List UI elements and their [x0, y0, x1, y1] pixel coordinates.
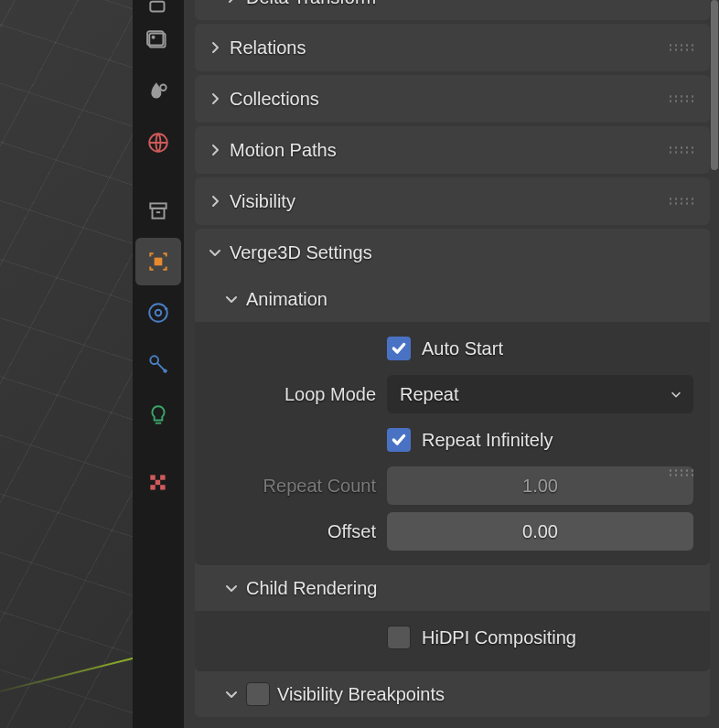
object-icon	[146, 250, 170, 273]
lightbulb-icon	[146, 403, 170, 427]
subpanel-child-rendering-body: HiDPI Compositing	[195, 611, 710, 671]
subpanel-title: Visibility Breakpoints	[277, 684, 445, 705]
repeat-count-label: Repeat Count	[211, 476, 376, 497]
panel-title: Relations	[230, 37, 306, 59]
svg-rect-7	[153, 209, 165, 219]
svg-point-4	[160, 84, 166, 91]
drag-handle-icon[interactable]	[668, 468, 695, 477]
check-icon	[391, 340, 407, 357]
subpanel-animation-header[interactable]: Animation	[195, 276, 710, 322]
drag-handle-icon[interactable]	[668, 43, 695, 52]
constraint-icon	[146, 352, 170, 376]
properties-tab-strip	[133, 0, 184, 728]
panel-title: Visibility	[230, 191, 295, 212]
row-hidpi: HiDPI Compositing	[211, 615, 693, 660]
viewport-3d[interactable]	[0, 0, 133, 728]
svg-point-3	[152, 36, 156, 39]
render-tab[interactable]	[135, 0, 181, 13]
drag-handle-icon[interactable]	[668, 197, 695, 206]
data-tab[interactable]	[135, 391, 181, 439]
object-tab[interactable]	[135, 238, 181, 285]
panel-collections: Collections	[195, 75, 710, 123]
svg-rect-20	[160, 485, 165, 489]
row-loop-mode: Loop Mode Repeat	[211, 371, 693, 417]
svg-point-14	[163, 369, 166, 372]
subpanel-animation-body: Auto Start Loop Mode Repeat Repeat Infin…	[195, 322, 710, 565]
offset-value: 0.00	[522, 521, 558, 542]
visibility-breakpoints-enable-checkbox[interactable]	[246, 682, 270, 706]
subpanel-title: Child Rendering	[246, 578, 377, 599]
hidpi-label: HiDPI Compositing	[422, 627, 576, 648]
chevron-down-icon	[208, 245, 222, 260]
svg-point-13	[150, 356, 158, 364]
offset-label: Offset	[211, 521, 376, 542]
panel-title: Motion Paths	[230, 140, 337, 161]
physics-tab[interactable]	[135, 289, 181, 337]
loop-mode-select[interactable]: Repeat	[387, 375, 693, 413]
panel-title: Delta Transform	[246, 0, 376, 8]
panel-title: Verge3D Settings	[230, 242, 372, 263]
repeat-count-value: 1.00	[522, 476, 558, 497]
row-repeat-infinitely: Repeat Infinitely	[211, 417, 693, 463]
repeat-infinitely-checkbox[interactable]	[387, 428, 411, 452]
subpanel-visibility-breakpoints-header[interactable]: Visibility Breakpoints	[195, 671, 710, 717]
svg-rect-9	[155, 258, 163, 266]
world-icon	[146, 131, 170, 155]
svg-point-11	[149, 304, 167, 322]
drag-handle-icon[interactable]	[668, 94, 695, 103]
chevron-down-icon	[224, 292, 239, 306]
panel-motion-paths-header[interactable]: Motion Paths	[195, 126, 710, 174]
chevron-right-icon	[224, 0, 239, 5]
subpanel-child-rendering-header[interactable]: Child Rendering	[195, 565, 710, 611]
scrollbar-track[interactable]	[711, 0, 718, 728]
drag-handle-icon[interactable]	[668, 145, 695, 155]
loop-mode-value: Repeat	[400, 384, 459, 405]
panel-delta-transform: Delta Transform	[195, 0, 710, 20]
scene-tab[interactable]	[135, 68, 181, 115]
output-tab[interactable]	[135, 16, 181, 64]
hidpi-checkbox[interactable]	[387, 626, 411, 649]
chevron-right-icon	[208, 143, 222, 157]
offset-field[interactable]: 0.00	[387, 512, 693, 551]
svg-rect-19	[150, 485, 155, 489]
chevron-right-icon	[208, 91, 222, 106]
axis-y-line	[0, 655, 142, 696]
svg-point-12	[165, 307, 167, 310]
row-auto-start: Auto Start	[211, 326, 693, 371]
chevron-right-icon	[208, 40, 222, 55]
texture-tab[interactable]	[135, 459, 181, 507]
svg-rect-0	[150, 2, 164, 12]
world-tab[interactable]	[135, 119, 181, 166]
row-offset: Offset 0.00	[211, 509, 693, 554]
panel-delta-transform-header[interactable]: Delta Transform	[195, 0, 710, 20]
panel-verge3d-header[interactable]: Verge3D Settings	[195, 229, 710, 276]
panel-verge3d: Verge3D Settings Animation Auto Start Lo…	[195, 229, 710, 717]
auto-start-checkbox[interactable]	[387, 337, 411, 360]
panel-visibility-header[interactable]: Visibility	[195, 177, 710, 225]
loop-mode-label: Loop Mode	[211, 384, 376, 405]
panel-relations: Relations	[195, 24, 710, 71]
repeat-count-field[interactable]: 1.00	[387, 466, 693, 505]
svg-rect-17	[160, 475, 165, 479]
chevron-down-icon	[224, 581, 239, 595]
scrollbar-thumb[interactable]	[711, 0, 718, 170]
scene-icon	[146, 80, 170, 103]
panel-title: Collections	[230, 89, 319, 110]
archive-icon	[146, 198, 170, 222]
properties-panel: Delta Transform Relations Collections Mo…	[184, 0, 719, 728]
auto-start-label: Auto Start	[422, 338, 503, 359]
panel-motion-paths: Motion Paths	[195, 126, 710, 174]
constraints-tab[interactable]	[135, 340, 181, 388]
panel-collections-header[interactable]: Collections	[195, 75, 710, 123]
chevron-right-icon	[208, 194, 222, 209]
texture-icon	[146, 471, 170, 495]
object-data-tab[interactable]	[135, 187, 181, 234]
svg-rect-16	[150, 475, 155, 479]
chevron-down-icon	[224, 687, 239, 701]
panel-visibility: Visibility	[195, 177, 710, 225]
svg-rect-18	[156, 480, 160, 485]
repeat-infinitely-label: Repeat Infinitely	[422, 430, 553, 451]
physics-icon	[146, 301, 170, 325]
svg-point-10	[156, 310, 162, 316]
panel-relations-header[interactable]: Relations	[195, 24, 710, 71]
